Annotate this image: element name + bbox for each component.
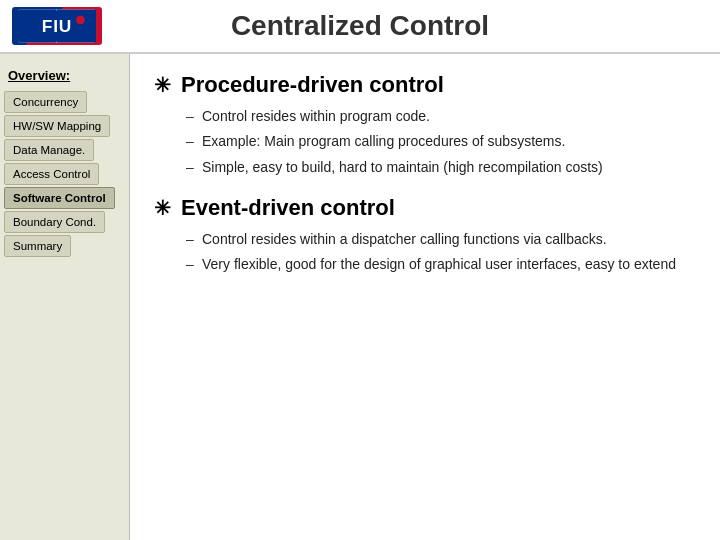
sidebar-item-data-manage[interactable]: Data Manage.	[4, 139, 94, 161]
list-item: Example: Main program calling procedures…	[186, 131, 696, 151]
main-layout: Overview: Concurrency HW/SW Mapping Data…	[0, 54, 720, 540]
list-item: Control resides within program code.	[186, 106, 696, 126]
sidebar-item-boundary-cond[interactable]: Boundary Cond.	[4, 211, 105, 233]
bullet-star-1: ✳	[154, 73, 171, 97]
sidebar-section-title: Overview:	[0, 64, 129, 89]
sidebar: Overview: Concurrency HW/SW Mapping Data…	[0, 54, 130, 540]
sidebar-item-access-control[interactable]: Access Control	[4, 163, 99, 185]
bullet-star-2: ✳	[154, 196, 171, 220]
logo: FIU	[12, 7, 102, 45]
section2-header: ✳ Event-driven control	[154, 195, 696, 221]
sidebar-item-hwsw[interactable]: HW/SW Mapping	[4, 115, 110, 137]
list-item: Simple, easy to build, hard to maintain …	[186, 157, 696, 177]
header: FIU Centralized Control	[0, 0, 720, 54]
list-item: Very flexible, good for the design of gr…	[186, 254, 696, 274]
fiu-logo-image: FIU	[12, 7, 102, 45]
section1-header: ✳ Procedure-driven control	[154, 72, 696, 98]
section2-title: Event-driven control	[181, 195, 395, 221]
sidebar-item-software-control[interactable]: Software Control	[4, 187, 115, 209]
svg-text:FIU: FIU	[42, 16, 73, 36]
section2-list: Control resides within a dispatcher call…	[154, 229, 696, 275]
list-item: Control resides within a dispatcher call…	[186, 229, 696, 249]
page-title: Centralized Control	[231, 10, 489, 42]
section-event-driven: ✳ Event-driven control Control resides w…	[154, 195, 696, 275]
sidebar-item-concurrency[interactable]: Concurrency	[4, 91, 87, 113]
content-area: ✳ Procedure-driven control Control resid…	[130, 54, 720, 540]
svg-point-4	[76, 16, 85, 25]
section-procedure-driven: ✳ Procedure-driven control Control resid…	[154, 72, 696, 177]
section1-title: Procedure-driven control	[181, 72, 444, 98]
sidebar-item-summary[interactable]: Summary	[4, 235, 71, 257]
section1-list: Control resides within program code. Exa…	[154, 106, 696, 177]
